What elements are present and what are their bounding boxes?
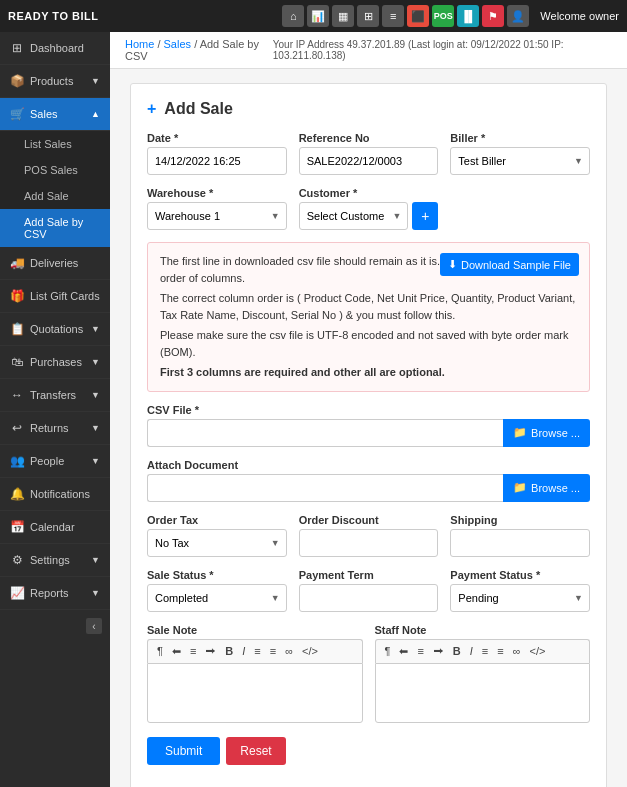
sidebar-item-calendar[interactable]: 📅 Calendar (0, 511, 110, 544)
toolbar-italic[interactable]: I (239, 644, 248, 658)
notifications-icon: 🔔 (10, 487, 24, 501)
chart-icon[interactable]: 📊 (307, 5, 329, 27)
order-tax-select-wrapper: No Tax ▼ (147, 529, 287, 557)
sidebar-item-people[interactable]: 👥 People ▼ (0, 445, 110, 478)
sidebar-item-products[interactable]: 📦 Products ▼ (0, 65, 110, 98)
action-buttons: Submit Reset (147, 737, 590, 765)
people-icon: 👥 (10, 454, 24, 468)
warehouse-select[interactable]: Warehouse 1 (147, 202, 287, 230)
sidebar-item-deliveries[interactable]: 🚚 Deliveries (0, 247, 110, 280)
date-input[interactable] (147, 147, 287, 175)
staff-toolbar-align-left[interactable]: ⬅ (396, 644, 411, 659)
toolbar-bold[interactable]: B (222, 644, 236, 658)
staff-toolbar-italic[interactable]: I (467, 644, 476, 658)
payment-status-select[interactable]: Pending (450, 584, 590, 612)
staff-toolbar-ol[interactable]: ≡ (494, 644, 506, 658)
dashboard-icon: ⊞ (10, 41, 24, 55)
sidebar-item-returns[interactable]: ↩ Returns ▼ (0, 412, 110, 445)
attach-file-box (147, 474, 503, 502)
chevron-down-icon4: ▼ (91, 390, 100, 400)
info-line2: The correct column order is ( Product Co… (160, 290, 577, 323)
staff-toolbar-link[interactable]: ∞ (510, 644, 524, 658)
order-tax-select[interactable]: No Tax (147, 529, 287, 557)
sidebar-item-transfers[interactable]: ↔ Transfers ▼ (0, 379, 110, 412)
sidebar-label-pos-sales: POS Sales (24, 164, 78, 176)
main-content: Home / Sales / Add Sale by CSV Your IP A… (110, 32, 627, 787)
staff-toolbar-para[interactable]: ¶ (382, 644, 394, 658)
deliveries-icon: 🚚 (10, 256, 24, 270)
products-icon: 📦 (10, 74, 24, 88)
staff-note-editor[interactable] (375, 663, 591, 723)
row-date-ref-biller: Date * Reference No Biller * Test Biller (147, 132, 590, 175)
grid-icon[interactable]: ⊞ (357, 5, 379, 27)
reset-button[interactable]: Reset (226, 737, 285, 765)
shipping-input[interactable] (450, 529, 590, 557)
customer-group: Customer * Select Customer ▼ + (299, 187, 439, 230)
toolbar-align-left[interactable]: ⬅ (169, 644, 184, 659)
staff-toolbar-align-center[interactable]: ≡ (414, 644, 426, 658)
sidebar-label-quotations: Quotations (30, 323, 83, 335)
home-icon[interactable]: ⌂ (282, 5, 304, 27)
ref-input[interactable] (299, 147, 439, 175)
sidebar-item-notifications[interactable]: 🔔 Notifications (0, 478, 110, 511)
toolbar-link[interactable]: ∞ (282, 644, 296, 658)
sidebar-item-gift-cards[interactable]: 🎁 List Gift Cards (0, 280, 110, 313)
order-discount-input[interactable] (299, 529, 439, 557)
flag-icon[interactable]: ⚑ (482, 5, 504, 27)
csv-file-row: 📁 Browse ... (147, 419, 590, 447)
biller-group: Biller * Test Biller ▼ (450, 132, 590, 175)
row-status-term-payment: Sale Status * Completed ▼ Payment Term (147, 569, 590, 612)
toolbar-code[interactable]: </> (299, 644, 321, 658)
submit-button[interactable]: Submit (147, 737, 220, 765)
staff-toolbar-align-right[interactable]: ⮕ (430, 644, 447, 658)
sidebar-item-dashboard[interactable]: ⊞ Dashboard (0, 32, 110, 65)
customer-select[interactable]: Select Customer (299, 202, 409, 230)
payment-term-label: Payment Term (299, 569, 439, 581)
barcode-icon[interactable]: ▐▌ (457, 5, 479, 27)
sidebar-item-list-sales[interactable]: List Sales (0, 131, 110, 157)
payment-term-input[interactable] (299, 584, 439, 612)
toolbar-ol[interactable]: ≡ (267, 644, 279, 658)
sale-note-label: Sale Note (147, 624, 363, 636)
add-customer-button[interactable]: + (412, 202, 438, 230)
staff-toolbar-ul[interactable]: ≡ (479, 644, 491, 658)
list-icon[interactable]: ≡ (382, 5, 404, 27)
breadcrumb-sales[interactable]: Sales (164, 38, 192, 50)
sale-note-editor[interactable] (147, 663, 363, 723)
reports-icon: 📈 (10, 586, 24, 600)
sidebar-label-transfers: Transfers (30, 389, 76, 401)
attach-browse-button[interactable]: 📁 Browse ... (503, 474, 590, 502)
sale-note-group: Sale Note ¶ ⬅ ≡ ⮕ B I ≡ ≡ ∞ </> (147, 624, 363, 723)
user-avatar[interactable]: 👤 (507, 5, 529, 27)
toolbar-align-center[interactable]: ≡ (187, 644, 199, 658)
toolbar-para[interactable]: ¶ (154, 644, 166, 658)
page-title: Add Sale (164, 100, 232, 118)
tag-icon[interactable]: ⬛ (407, 5, 429, 27)
toolbar-align-right[interactable]: ⮕ (202, 644, 219, 658)
csv-browse-button[interactable]: 📁 Browse ... (503, 419, 590, 447)
sidebar-item-add-sale-csv[interactable]: Add Sale by CSV (0, 209, 110, 247)
pos-icon[interactable]: POS (432, 5, 454, 27)
breadcrumb-home[interactable]: Home (125, 38, 154, 50)
sidebar-collapse-btn[interactable]: ‹ (86, 618, 102, 634)
sidebar-label-add-sale-csv: Add Sale by CSV (24, 216, 100, 240)
sidebar-item-add-sale[interactable]: Add Sale (0, 183, 110, 209)
sidebar-item-settings[interactable]: ⚙ Settings ▼ (0, 544, 110, 577)
sidebar-item-sales[interactable]: 🛒 Sales ▲ (0, 98, 110, 131)
toolbar-ul[interactable]: ≡ (251, 644, 263, 658)
date-label: Date * (147, 132, 287, 144)
sidebar-label-reports: Reports (30, 587, 69, 599)
table-icon[interactable]: ▦ (332, 5, 354, 27)
download-sample-button[interactable]: ⬇ Download Sample File (440, 253, 579, 276)
sidebar-item-quotations[interactable]: 📋 Quotations ▼ (0, 313, 110, 346)
sidebar-item-pos-sales[interactable]: POS Sales (0, 157, 110, 183)
sidebar-item-reports[interactable]: 📈 Reports ▼ (0, 577, 110, 610)
biller-select[interactable]: Test Biller (450, 147, 590, 175)
csv-file-box (147, 419, 503, 447)
sidebar-item-purchases[interactable]: 🛍 Purchases ▼ (0, 346, 110, 379)
staff-toolbar-bold[interactable]: B (450, 644, 464, 658)
sidebar-label-list-sales: List Sales (24, 138, 72, 150)
sidebar-label-dashboard: Dashboard (30, 42, 84, 54)
staff-toolbar-code[interactable]: </> (527, 644, 549, 658)
sale-status-select[interactable]: Completed (147, 584, 287, 612)
